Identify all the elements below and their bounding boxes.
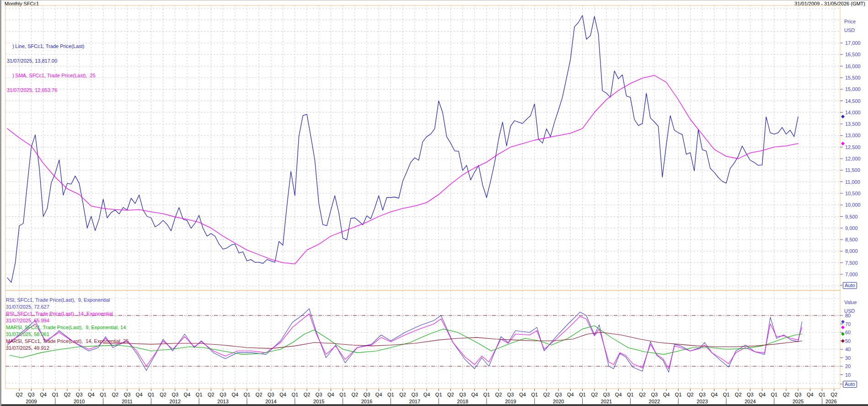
svg-text:16,500: 16,500	[845, 52, 861, 57]
svg-text:Q4: Q4	[471, 392, 478, 397]
svg-text:Q4: Q4	[40, 392, 47, 397]
svg-text:Q2: Q2	[830, 392, 837, 397]
svg-text:2020: 2020	[553, 399, 564, 404]
svg-text:Q1: Q1	[196, 392, 203, 397]
svg-text:Q4: Q4	[519, 392, 526, 397]
svg-text:Q1: Q1	[387, 392, 394, 397]
rsi14-value: 31/07/2025, 65.994	[6, 317, 129, 324]
svg-text:Q2: Q2	[591, 392, 598, 397]
svg-text:2011: 2011	[122, 399, 133, 404]
svg-text:Q4: Q4	[279, 392, 286, 397]
panel-borders	[5, 5, 840, 389]
svg-text:2013: 2013	[217, 399, 228, 404]
value-marker-3	[841, 339, 845, 343]
svg-text:2019: 2019	[505, 399, 516, 404]
price-marker-0	[841, 115, 845, 118]
svg-text:Q4: Q4	[136, 392, 143, 397]
svg-text:Q4: Q4	[567, 392, 574, 397]
svg-text:16,000: 16,000	[845, 64, 861, 69]
svg-text:Q1: Q1	[435, 392, 442, 397]
svg-text:10,500: 10,500	[845, 191, 861, 196]
chart-window: Monthly SFCc1 31/01/2009 - 31/05/2026 (G…	[0, 0, 868, 406]
svg-text:2018: 2018	[457, 399, 468, 404]
svg-text:Q2: Q2	[735, 392, 742, 397]
value-axis-title: ValueUSD	[844, 298, 857, 315]
svg-text:12,000: 12,000	[845, 156, 861, 161]
marsi9-label: MARSI, SFCc1, Trade Price(Last), 9, Expo…	[6, 324, 129, 331]
svg-text:2026: 2026	[825, 399, 836, 404]
svg-text:Q1: Q1	[148, 392, 155, 397]
svg-text:Q3: Q3	[507, 392, 514, 397]
svg-text:2024: 2024	[745, 399, 755, 404]
svg-text:Q4: Q4	[327, 392, 334, 397]
svg-text:Q4: Q4	[231, 392, 238, 397]
time-axis: Q2Q3Q42009Q1Q2Q3Q42010Q1Q2Q3Q42011Q1Q2Q3…	[16, 389, 837, 404]
svg-text:Q1: Q1	[244, 392, 251, 397]
svg-text:Q2: Q2	[351, 392, 358, 397]
svg-text:8,000: 8,000	[845, 248, 858, 254]
svg-text:50: 50	[845, 338, 851, 344]
svg-text:Q2: Q2	[495, 392, 502, 397]
svg-text:70: 70	[845, 321, 851, 327]
svg-text:Q1: Q1	[819, 392, 825, 397]
svg-text:Q2: Q2	[64, 392, 71, 397]
svg-text:7,000: 7,000	[845, 272, 858, 277]
svg-text:9,000: 9,000	[845, 225, 858, 231]
svg-text:Q4: Q4	[711, 392, 718, 397]
value-axes: 17,00016,50016,00015,50015,00014,50014,0…	[840, 40, 861, 384]
svg-text:Q3: Q3	[220, 392, 226, 397]
series-marsi-14-exponential-25	[103, 332, 802, 348]
svg-text:14,500: 14,500	[845, 98, 861, 104]
svg-text:Q4: Q4	[423, 392, 430, 397]
svg-text:Q2: Q2	[447, 392, 454, 397]
svg-text:12,500: 12,500	[845, 144, 861, 150]
svg-text:7,500: 7,500	[845, 260, 858, 266]
value-auto-button[interactable]: Auto	[843, 381, 857, 388]
svg-text:Q2: Q2	[16, 392, 23, 397]
svg-text:Q2: Q2	[687, 392, 694, 397]
svg-text:Q4: Q4	[615, 392, 622, 397]
rsi9-label: RSI, SFCc1, Trade Price(Last), 9, Expone…	[6, 297, 129, 304]
svg-text:Q2: Q2	[304, 392, 311, 397]
svg-text:Q1: Q1	[627, 392, 634, 397]
svg-text:Q2: Q2	[112, 392, 118, 397]
svg-text:Q2: Q2	[208, 392, 214, 397]
svg-text:10,000: 10,000	[845, 202, 861, 208]
svg-text:2021: 2021	[601, 399, 612, 404]
svg-text:10: 10	[845, 372, 851, 378]
sma-line-label: SMA, SFCc1, Trade Price(Last), 25	[15, 73, 95, 78]
svg-text:2023: 2023	[697, 399, 707, 404]
svg-text:Q4: Q4	[88, 392, 95, 397]
chart-canvas[interactable]: Q2Q3Q42009Q1Q2Q3Q42010Q1Q2Q3Q42011Q1Q2Q3…	[0, 0, 868, 406]
marsi14-label: MARSI, SFCc1, Trade Price(Last), 14, Exp…	[6, 338, 129, 345]
price-marker-1	[841, 142, 845, 145]
svg-text:Q3: Q3	[699, 392, 706, 397]
svg-text:Q3: Q3	[795, 392, 802, 397]
svg-text:Q3: Q3	[316, 392, 322, 397]
sma-line-value: 31/07/2025, 12,653.76	[4, 86, 96, 94]
svg-text:60: 60	[845, 330, 851, 335]
svg-text:Q1: Q1	[483, 392, 490, 397]
svg-text:2016: 2016	[361, 399, 372, 404]
svg-text:Q3: Q3	[171, 392, 178, 397]
svg-text:Q4: Q4	[184, 392, 191, 397]
svg-text:2009: 2009	[26, 399, 37, 404]
svg-text:Q1: Q1	[531, 392, 538, 397]
svg-text:Q1: Q1	[771, 392, 777, 397]
svg-text:Q3: Q3	[603, 392, 610, 397]
svg-text:Q1: Q1	[675, 392, 682, 397]
svg-text:30: 30	[845, 355, 851, 361]
svg-text:2017: 2017	[409, 399, 420, 404]
svg-text:2025: 2025	[793, 399, 804, 404]
svg-text:Q2: Q2	[783, 392, 790, 397]
svg-text:13,500: 13,500	[845, 121, 861, 127]
price-legend: )Line, SFCc1, Trade Price(Last) 31/07/20…	[4, 35, 96, 94]
svg-text:Q3: Q3	[411, 392, 418, 397]
svg-text:Q3: Q3	[747, 392, 754, 397]
value-marker-1	[841, 326, 845, 329]
svg-text:Q2: Q2	[256, 392, 263, 397]
svg-text:Q3: Q3	[268, 392, 274, 397]
svg-text:2015: 2015	[313, 399, 324, 404]
svg-text:Q4: Q4	[663, 392, 670, 397]
price-auto-button[interactable]: Auto	[843, 282, 857, 289]
